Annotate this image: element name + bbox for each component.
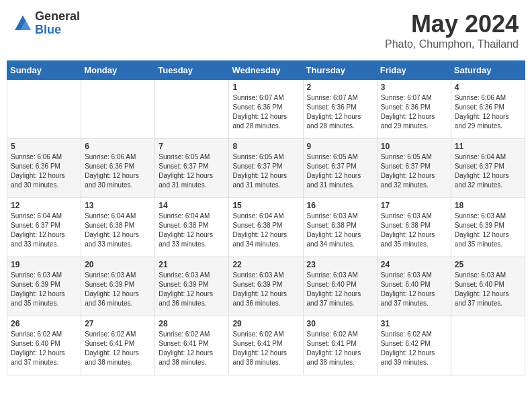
- day-info: Sunrise: 6:02 AM Sunset: 6:41 PM Dayligh…: [85, 330, 151, 367]
- calendar-cell: [81, 80, 155, 139]
- calendar-cell: [155, 80, 229, 139]
- calendar-cell: 11Sunrise: 6:04 AM Sunset: 6:37 PM Dayli…: [451, 139, 525, 198]
- day-number: 18: [455, 201, 521, 210]
- day-number: 17: [381, 201, 447, 210]
- logo-icon: [13, 14, 32, 33]
- week-row-2: 5Sunrise: 6:06 AM Sunset: 6:36 PM Daylig…: [7, 139, 525, 198]
- day-info: Sunrise: 6:03 AM Sunset: 6:38 PM Dayligh…: [307, 212, 373, 249]
- calendar-cell: 29Sunrise: 6:02 AM Sunset: 6:41 PM Dayli…: [229, 316, 303, 375]
- calendar-cell: 4Sunrise: 6:06 AM Sunset: 6:36 PM Daylig…: [451, 80, 525, 139]
- weekday-header-row: SundayMondayTuesdayWednesdayThursdayFrid…: [7, 61, 525, 80]
- calendar-cell: 10Sunrise: 6:05 AM Sunset: 6:37 PM Dayli…: [377, 139, 451, 198]
- day-info: Sunrise: 6:04 AM Sunset: 6:37 PM Dayligh…: [11, 212, 77, 249]
- day-number: 23: [307, 260, 373, 269]
- logo: General Blue: [13, 10, 80, 37]
- day-number: 21: [159, 260, 225, 269]
- day-number: 30: [307, 319, 373, 328]
- calendar-cell: 19Sunrise: 6:03 AM Sunset: 6:39 PM Dayli…: [7, 257, 81, 316]
- day-info: Sunrise: 6:03 AM Sunset: 6:40 PM Dayligh…: [455, 271, 521, 308]
- day-number: 8: [232, 142, 299, 151]
- weekday-header-friday: Friday: [377, 61, 451, 80]
- weekday-header-thursday: Thursday: [303, 61, 377, 80]
- day-number: 28: [159, 319, 225, 328]
- calendar-cell: 16Sunrise: 6:03 AM Sunset: 6:38 PM Dayli…: [303, 198, 377, 257]
- day-info: Sunrise: 6:04 AM Sunset: 6:38 PM Dayligh…: [85, 212, 151, 249]
- day-number: 16: [307, 201, 373, 210]
- week-row-5: 26Sunrise: 6:02 AM Sunset: 6:40 PM Dayli…: [7, 316, 525, 375]
- day-number: 24: [381, 260, 447, 269]
- calendar-cell: 18Sunrise: 6:03 AM Sunset: 6:39 PM Dayli…: [451, 198, 525, 257]
- calendar-cell: 1Sunrise: 6:07 AM Sunset: 6:36 PM Daylig…: [229, 80, 303, 139]
- calendar-cell: 25Sunrise: 6:03 AM Sunset: 6:40 PM Dayli…: [451, 257, 525, 316]
- day-number: 26: [11, 319, 77, 328]
- day-info: Sunrise: 6:03 AM Sunset: 6:39 PM Dayligh…: [11, 271, 77, 308]
- day-info: Sunrise: 6:02 AM Sunset: 6:41 PM Dayligh…: [159, 330, 225, 367]
- calendar-cell: [7, 80, 81, 139]
- month-year-title: May 2024: [385, 10, 519, 38]
- day-info: Sunrise: 6:03 AM Sunset: 6:38 PM Dayligh…: [381, 212, 447, 249]
- day-info: Sunrise: 6:05 AM Sunset: 6:37 PM Dayligh…: [159, 152, 225, 190]
- calendar-cell: [451, 316, 525, 375]
- day-number: 5: [11, 142, 77, 151]
- week-row-4: 19Sunrise: 6:03 AM Sunset: 6:39 PM Dayli…: [7, 257, 525, 316]
- calendar-cell: 12Sunrise: 6:04 AM Sunset: 6:37 PM Dayli…: [7, 198, 81, 257]
- weekday-header-wednesday: Wednesday: [229, 61, 303, 80]
- day-info: Sunrise: 6:04 AM Sunset: 6:38 PM Dayligh…: [232, 212, 299, 249]
- day-number: 15: [232, 201, 299, 210]
- weekday-header-monday: Monday: [81, 61, 155, 80]
- calendar-cell: 2Sunrise: 6:07 AM Sunset: 6:36 PM Daylig…: [303, 80, 377, 139]
- calendar-cell: 9Sunrise: 6:05 AM Sunset: 6:37 PM Daylig…: [303, 139, 377, 198]
- day-info: Sunrise: 6:03 AM Sunset: 6:39 PM Dayligh…: [455, 212, 521, 249]
- day-number: 4: [455, 83, 521, 92]
- day-number: 20: [85, 260, 151, 269]
- calendar-cell: 6Sunrise: 6:06 AM Sunset: 6:36 PM Daylig…: [81, 139, 155, 198]
- weekday-header-sunday: Sunday: [7, 61, 81, 80]
- weekday-header-tuesday: Tuesday: [155, 61, 229, 80]
- week-row-1: 1Sunrise: 6:07 AM Sunset: 6:36 PM Daylig…: [7, 80, 525, 139]
- calendar-cell: 21Sunrise: 6:03 AM Sunset: 6:39 PM Dayli…: [155, 257, 229, 316]
- day-number: 9: [307, 142, 373, 151]
- day-info: Sunrise: 6:05 AM Sunset: 6:37 PM Dayligh…: [232, 152, 299, 190]
- calendar-cell: 3Sunrise: 6:07 AM Sunset: 6:36 PM Daylig…: [377, 80, 451, 139]
- day-info: Sunrise: 6:02 AM Sunset: 6:40 PM Dayligh…: [11, 330, 77, 367]
- day-info: Sunrise: 6:04 AM Sunset: 6:37 PM Dayligh…: [455, 152, 521, 190]
- day-info: Sunrise: 6:07 AM Sunset: 6:36 PM Dayligh…: [381, 93, 447, 131]
- calendar-cell: 27Sunrise: 6:02 AM Sunset: 6:41 PM Dayli…: [81, 316, 155, 375]
- day-number: 3: [381, 83, 447, 92]
- day-number: 29: [232, 319, 299, 328]
- calendar-cell: 26Sunrise: 6:02 AM Sunset: 6:40 PM Dayli…: [7, 316, 81, 375]
- calendar-cell: 31Sunrise: 6:02 AM Sunset: 6:42 PM Dayli…: [377, 316, 451, 375]
- calendar-cell: 24Sunrise: 6:03 AM Sunset: 6:40 PM Dayli…: [377, 257, 451, 316]
- day-number: 12: [11, 201, 77, 210]
- title-area: May 2024 Phato, Chumphon, Thailand: [385, 10, 519, 50]
- day-info: Sunrise: 6:02 AM Sunset: 6:41 PM Dayligh…: [232, 330, 299, 367]
- day-info: Sunrise: 6:03 AM Sunset: 6:40 PM Dayligh…: [381, 271, 447, 308]
- day-info: Sunrise: 6:04 AM Sunset: 6:38 PM Dayligh…: [159, 212, 225, 249]
- calendar-cell: 8Sunrise: 6:05 AM Sunset: 6:37 PM Daylig…: [229, 139, 303, 198]
- calendar-cell: 17Sunrise: 6:03 AM Sunset: 6:38 PM Dayli…: [377, 198, 451, 257]
- calendar-cell: 13Sunrise: 6:04 AM Sunset: 6:38 PM Dayli…: [81, 198, 155, 257]
- logo-text: General Blue: [35, 10, 80, 37]
- day-info: Sunrise: 6:06 AM Sunset: 6:36 PM Dayligh…: [11, 152, 77, 190]
- day-number: 31: [381, 319, 447, 328]
- day-info: Sunrise: 6:02 AM Sunset: 6:41 PM Dayligh…: [307, 330, 373, 367]
- calendar-cell: 30Sunrise: 6:02 AM Sunset: 6:41 PM Dayli…: [303, 316, 377, 375]
- day-info: Sunrise: 6:07 AM Sunset: 6:36 PM Dayligh…: [307, 93, 373, 131]
- logo-blue-text: Blue: [35, 24, 80, 37]
- day-info: Sunrise: 6:05 AM Sunset: 6:37 PM Dayligh…: [307, 152, 373, 190]
- day-number: 25: [455, 260, 521, 269]
- calendar-cell: 22Sunrise: 6:03 AM Sunset: 6:39 PM Dayli…: [229, 257, 303, 316]
- location-subtitle: Phato, Chumphon, Thailand: [385, 38, 519, 50]
- day-info: Sunrise: 6:03 AM Sunset: 6:39 PM Dayligh…: [232, 271, 299, 308]
- weekday-header-saturday: Saturday: [451, 61, 525, 80]
- day-info: Sunrise: 6:06 AM Sunset: 6:36 PM Dayligh…: [455, 93, 521, 131]
- day-info: Sunrise: 6:02 AM Sunset: 6:42 PM Dayligh…: [381, 330, 447, 367]
- day-info: Sunrise: 6:03 AM Sunset: 6:39 PM Dayligh…: [159, 271, 225, 308]
- day-info: Sunrise: 6:05 AM Sunset: 6:37 PM Dayligh…: [381, 152, 447, 190]
- calendar-cell: 7Sunrise: 6:05 AM Sunset: 6:37 PM Daylig…: [155, 139, 229, 198]
- day-number: 22: [232, 260, 299, 269]
- day-number: 19: [11, 260, 77, 269]
- day-number: 1: [232, 83, 299, 92]
- day-info: Sunrise: 6:03 AM Sunset: 6:40 PM Dayligh…: [307, 271, 373, 308]
- week-row-3: 12Sunrise: 6:04 AM Sunset: 6:37 PM Dayli…: [7, 198, 525, 257]
